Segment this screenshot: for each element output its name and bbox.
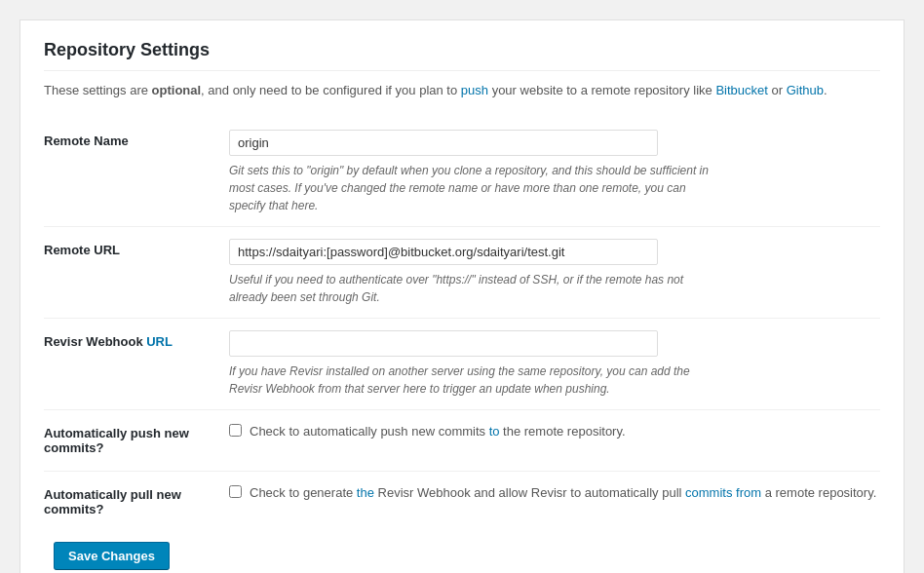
auto-pull-label-wrap[interactable]: Check to generate the Revisr Webhook and…	[229, 483, 880, 503]
save-button[interactable]: Save Changes	[54, 542, 170, 570]
webhook-url-cell: If you have Revisr installed on another …	[219, 318, 880, 409]
webhook-url-input[interactable]	[229, 330, 658, 357]
remote-name-cell: Git sets this to "origin" by default whe…	[219, 118, 880, 227]
auto-push-cell: Check to automatically push new commits …	[219, 409, 880, 471]
auto-pull-checkbox[interactable]	[229, 485, 242, 498]
webhook-url-row: Revisr Webhook URL If you have Revisr in…	[44, 318, 880, 409]
remote-url-input[interactable]	[229, 239, 658, 265]
auto-push-row: Automatically push new commits? Check to…	[44, 409, 880, 471]
remote-name-row: Remote Name Git sets this to "origin" by…	[44, 118, 880, 227]
auto-pull-text: Check to generate the Revisr Webhook and…	[250, 483, 876, 503]
remote-url-cell: Useful if you need to authenticate over …	[219, 226, 880, 318]
settings-container: Repository Settings These settings are o…	[19, 19, 905, 573]
webhook-url-label: Revisr Webhook URL	[44, 318, 219, 409]
webhook-url-description: If you have Revisr installed on another …	[229, 363, 716, 398]
bitbucket-link[interactable]: Bitbucket	[715, 83, 767, 97]
auto-pull-cell: Check to generate the Revisr Webhook and…	[219, 471, 880, 532]
github-link[interactable]: Github	[787, 83, 824, 97]
push-link[interactable]: push	[461, 83, 488, 97]
auto-push-label: Automatically push new commits?	[44, 409, 219, 471]
save-button-container: Save Changes	[44, 532, 880, 570]
intro-text: These settings are optional, and only ne…	[44, 81, 880, 100]
remote-url-row: Remote URL Useful if you need to authent…	[44, 226, 880, 318]
auto-push-text: Check to automatically push new commits …	[250, 422, 626, 441]
remote-url-description: Useful if you need to authenticate over …	[229, 271, 716, 306]
page-title: Repository Settings	[44, 40, 880, 71]
auto-pull-label: Automatically pull new commits?	[44, 471, 219, 532]
auto-push-label-wrap[interactable]: Check to automatically push new commits …	[229, 422, 880, 441]
auto-pull-row: Automatically pull new commits? Check to…	[44, 471, 880, 532]
remote-name-input[interactable]	[229, 130, 658, 156]
auto-push-checkbox[interactable]	[229, 424, 242, 437]
remote-name-description: Git sets this to "origin" by default whe…	[229, 162, 716, 214]
remote-url-label: Remote URL	[44, 226, 219, 318]
form-table: Remote Name Git sets this to "origin" by…	[44, 118, 880, 532]
remote-name-label: Remote Name	[44, 118, 219, 227]
